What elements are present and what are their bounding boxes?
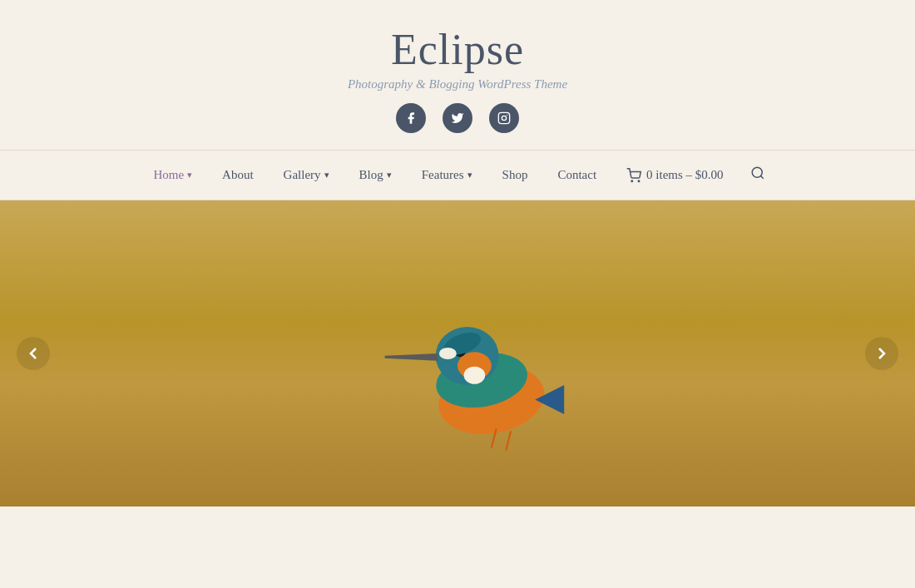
nav-item-about[interactable]: About: [210, 163, 265, 187]
chevron-down-icon: ▾: [387, 170, 392, 180]
svg-point-2: [507, 115, 507, 116]
hero-bird-image: [385, 215, 627, 506]
svg-line-17: [506, 432, 511, 451]
svg-point-1: [502, 116, 506, 120]
cart-button[interactable]: 0 items – $0.00: [615, 163, 735, 188]
twitter-icon[interactable]: [443, 103, 472, 133]
nav-item-gallery[interactable]: Gallery ▾: [272, 163, 341, 187]
site-tagline: Photography & Blogging WordPress Theme: [348, 77, 567, 91]
chevron-down-icon: ▾: [467, 170, 472, 180]
nav-item-shop[interactable]: Shop: [491, 163, 540, 187]
svg-point-4: [638, 180, 640, 182]
svg-point-11: [464, 367, 486, 384]
hero-slider: [0, 200, 915, 506]
main-nav: Home ▾ About Gallery ▾ Blog ▾ Features ▾…: [0, 150, 915, 200]
chevron-down-icon: ▾: [324, 170, 329, 180]
svg-point-3: [631, 180, 633, 182]
chevron-right-icon: [872, 343, 892, 363]
page-wrapper: Eclipse Photography & Blogging WordPress…: [0, 0, 915, 506]
site-title: Eclipse: [391, 25, 524, 74]
svg-point-19: [439, 348, 457, 359]
search-icon: [750, 166, 765, 180]
cart-icon: [626, 168, 641, 183]
site-header: Eclipse Photography & Blogging WordPress…: [0, 0, 915, 150]
svg-point-5: [752, 167, 762, 177]
nav-item-contact[interactable]: Contact: [546, 163, 608, 187]
svg-rect-0: [498, 112, 509, 123]
social-icons-bar: [396, 103, 519, 133]
chevron-left-icon: [23, 343, 43, 363]
facebook-icon[interactable]: [396, 103, 426, 133]
nav-item-blog[interactable]: Blog ▾: [348, 163, 403, 187]
slider-next-button[interactable]: [865, 337, 898, 370]
nav-item-home[interactable]: Home ▾: [141, 163, 204, 187]
search-button[interactable]: [742, 161, 774, 190]
nav-item-features[interactable]: Features ▾: [410, 163, 484, 187]
svg-line-6: [760, 175, 763, 178]
slider-prev-button[interactable]: [17, 337, 50, 370]
chevron-down-icon: ▾: [187, 170, 192, 180]
cart-label: 0 items – $0.00: [646, 168, 724, 182]
svg-marker-14: [385, 353, 438, 361]
instagram-icon[interactable]: [489, 103, 519, 133]
